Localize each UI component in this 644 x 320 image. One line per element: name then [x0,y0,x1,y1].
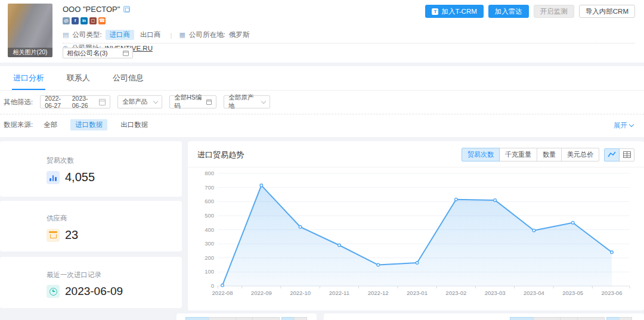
svg-text:0: 0 [211,282,214,289]
company-image[interactable]: 相关图片(20) [8,4,52,57]
svg-text:2022-10: 2022-10 [290,290,311,296]
bottom-left-card [177,313,317,320]
table-icon[interactable] [619,317,632,320]
source-export-data[interactable]: 出口数据 [116,119,153,131]
clock-icon [47,285,60,298]
line-chart-icon[interactable] [281,317,295,320]
tcrm-icon: T [432,8,438,15]
instagram-icon[interactable]: ◻ [89,17,97,24]
location-value: 俄罗斯 [229,30,250,39]
copy-icon[interactable] [123,6,130,13]
dotted-divider [63,43,635,44]
metric-segmented-control: 贸易次数 千克重量 数量 美元总价 [462,148,599,161]
product-select[interactable]: 全部产品 [117,95,162,108]
view-toggle [604,148,634,161]
line-chart-icon[interactable] [604,148,620,161]
svg-text:2023-01: 2023-01 [407,290,428,296]
svg-text:2022-09: 2022-09 [251,290,272,296]
svg-text:2022-11: 2022-11 [329,290,349,296]
stat-card-trade-count: 贸易次数 4,055 [0,141,182,197]
origin-select[interactable]: 全部原产地 [224,95,270,108]
image-count-caption: 相关图片(20) [8,48,52,57]
stat-label: 贸易次数 [47,156,182,165]
metric-segment[interactable] [533,317,561,320]
similar-companies-label: 相似公司名(3) [67,49,107,58]
metric-kg-weight[interactable]: 千克重量 [499,148,537,161]
import-trend-card: 进口贸易趋势 贸易次数 千克重量 数量 美元总价 [188,141,644,310]
chart-title: 进口贸易趋势 [197,150,462,160]
similar-companies-dropdown[interactable]: 相似公司名(3) [63,48,133,58]
stat-card-suppliers: 供应商 23 [0,201,182,251]
tab-bar: 进口分析 联系人 公司信息 [0,66,644,91]
website-icon[interactable]: @ [63,17,70,24]
metric-quantity[interactable]: 数量 [537,148,562,161]
svg-text:2022-08: 2022-08 [212,290,233,296]
phone-icon[interactable]: ☎ [98,17,106,24]
svg-text:100: 100 [205,268,214,275]
window-icon [123,51,129,56]
svg-text:2023-05: 2023-05 [562,290,583,296]
metric-segment[interactable] [577,317,605,320]
stat-value: 23 [65,228,78,242]
hs-code-input[interactable]: 全部HS编码 [169,95,216,108]
source-import-data[interactable]: 进口数据 [70,119,107,131]
stat-value: 2023-06-09 [65,285,123,298]
line-chart-icon[interactable] [606,317,620,320]
metric-segment[interactable] [236,317,253,320]
metric-segment-active[interactable] [185,317,209,320]
calendar-icon [99,99,106,105]
svg-text:800: 800 [205,170,214,176]
tab-company-info[interactable]: 公司信息 [112,66,145,90]
location-icon: ▦ [179,32,185,38]
divider: | [171,32,172,39]
svg-text:2022-12: 2022-12 [368,290,389,296]
chevron-down-icon [153,98,158,103]
import-crm-button[interactable]: 导入内部CRM [579,5,635,18]
company-type-icon: ▤ [63,32,69,38]
bottom-right-card [324,313,644,320]
table-icon[interactable] [619,148,634,161]
metric-segment-active[interactable] [510,317,534,320]
svg-text:2023-03: 2023-03 [485,290,506,296]
tab-contacts[interactable]: 联系人 [66,66,91,90]
trend-line-chart: 01002003004005006007008002022-082022-092… [196,169,639,303]
linkedin-icon[interactable]: in [80,17,88,24]
chevron-down-icon [261,98,266,103]
svg-text:2023-06: 2023-06 [602,290,623,296]
expand-link[interactable]: 展开 [614,121,633,130]
filters-label: 其他筛选: [4,98,33,107]
metric-trade-count[interactable]: 贸易次数 [462,148,500,161]
company-name: OOO "PECTOP" [63,5,120,14]
metric-usd-total[interactable]: 美元总价 [561,148,599,161]
bar-chart-icon [47,171,60,184]
company-type-label: 公司类型: [72,30,101,39]
metric-segment[interactable] [209,317,236,320]
start-monitoring-button[interactable]: 开启监测 [534,5,574,18]
add-radar-button[interactable]: 加入雷达 [488,5,529,18]
add-tcrm-button[interactable]: T 加入T-CRM [425,5,483,18]
source-all[interactable]: 全部 [39,119,62,131]
stat-label: 最近一次进口记录 [47,271,182,279]
window-icon [206,100,212,105]
date-range-picker[interactable]: 2022-06-27 2023-06-26 [40,95,110,108]
svg-text:200: 200 [205,254,214,261]
tab-import-analysis[interactable]: 进口分析 [12,66,45,90]
location-label: 公司所在地: [189,30,225,39]
stat-value: 4,055 [65,170,95,184]
facebook-icon[interactable]: f [72,17,79,24]
metric-segment[interactable] [252,317,280,320]
svg-text:700: 700 [205,184,214,191]
table-icon[interactable] [294,317,307,320]
metric-segment[interactable] [560,317,578,320]
svg-text:400: 400 [205,226,214,233]
stat-label: 供应商 [47,214,182,223]
data-source-label: 数据来源: [4,120,33,129]
svg-text:500: 500 [205,212,214,219]
exporter-tag: 出口商 [138,30,163,40]
importer-tag: 进口商 [106,30,135,40]
date-start: 2022-06-27 [45,95,69,109]
date-end: 2023-06-26 [72,95,97,109]
company-header: 相关图片(20) OOO "PECTOP" @ f in ◻ ☎ ▤ 公司类型:… [0,0,644,63]
store-icon [47,229,60,242]
stat-card-last-import: 最近一次进口记录 2023-06-09 [0,257,182,308]
